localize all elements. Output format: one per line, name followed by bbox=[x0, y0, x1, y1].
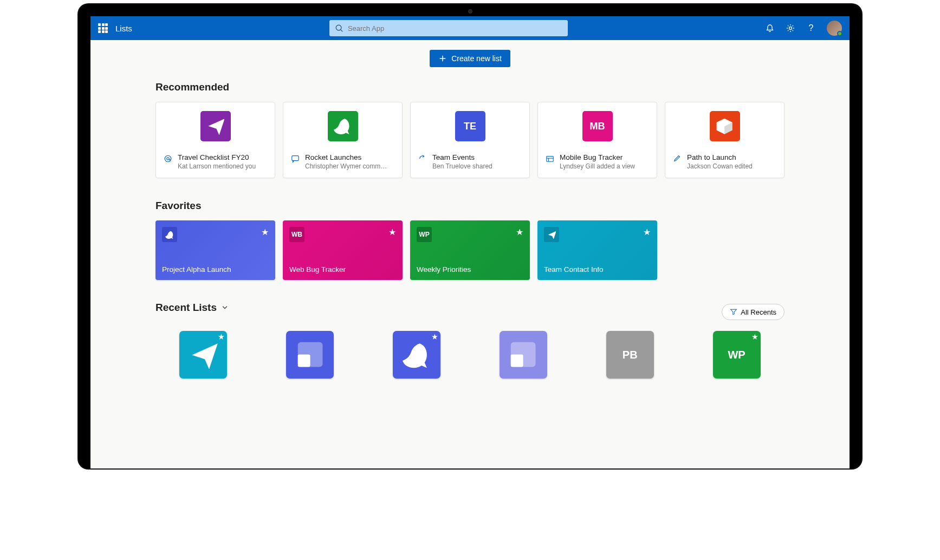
recommended-subtitle: Lyndsey Gill added a view bbox=[560, 162, 635, 170]
list-tile-icon: TE bbox=[455, 111, 485, 141]
favorite-title: Team Contact Info bbox=[544, 265, 651, 274]
recommended-title: Path to Launch bbox=[687, 153, 753, 161]
recommended-card[interactable]: TETeam EventsBen Truelove shared bbox=[410, 102, 530, 178]
star-icon[interactable]: ★ bbox=[516, 227, 523, 237]
recommended-subtitle: Christopher Wymer comm… bbox=[305, 162, 387, 170]
app-title: Lists bbox=[115, 24, 132, 33]
star-icon[interactable]: ★ bbox=[218, 333, 224, 341]
star-icon[interactable]: ★ bbox=[752, 333, 758, 341]
comment-icon bbox=[291, 154, 300, 163]
recent-tile[interactable] bbox=[286, 331, 334, 379]
share-icon bbox=[418, 154, 427, 163]
recommended-card[interactable]: Path to LaunchJackson Cowan edited bbox=[665, 102, 785, 178]
recommended-title: Rocket Launches bbox=[305, 153, 387, 161]
help-icon[interactable]: ? bbox=[806, 23, 816, 33]
recommended-heading: Recommended bbox=[155, 81, 785, 93]
search-icon bbox=[335, 24, 343, 32]
recent-lists-label: Recent Lists bbox=[155, 302, 217, 314]
list-tile-icon: MB bbox=[582, 111, 613, 141]
chevron-down-icon bbox=[221, 304, 229, 311]
view-icon bbox=[546, 154, 554, 163]
notifications-icon[interactable] bbox=[765, 23, 775, 33]
create-button-label: Create new list bbox=[451, 54, 502, 63]
recommended-grid: Travel Checklist FY20Kat Larrson mention… bbox=[155, 102, 785, 178]
recommended-title: Mobile Bug Tracker bbox=[560, 153, 635, 161]
favorite-tile-icon bbox=[162, 227, 177, 242]
edit-icon bbox=[673, 154, 682, 163]
recent-lists-heading[interactable]: Recent Lists bbox=[155, 302, 229, 314]
star-icon[interactable]: ★ bbox=[432, 333, 438, 341]
recent-tile[interactable] bbox=[500, 331, 547, 379]
recommended-title: Travel Checklist FY20 bbox=[178, 153, 256, 161]
recent-grid: ★★PBWP★ bbox=[155, 331, 785, 379]
list-tile-icon bbox=[200, 111, 231, 141]
favorite-card[interactable]: ★Team Contact Info bbox=[537, 220, 657, 280]
app-launcher-icon[interactable] bbox=[98, 23, 108, 33]
recommended-card[interactable]: MBMobile Bug TrackerLyndsey Gill added a… bbox=[537, 102, 657, 178]
create-new-list-button[interactable]: Create new list bbox=[430, 50, 510, 67]
search-input[interactable] bbox=[348, 24, 562, 32]
favorite-card[interactable]: WB★Web Bug Tracker bbox=[283, 220, 403, 280]
list-tile-icon bbox=[328, 111, 358, 141]
filter-icon bbox=[730, 308, 737, 316]
filter-label: All Recents bbox=[741, 308, 776, 316]
recommended-title: Team Events bbox=[432, 153, 492, 161]
recommended-card[interactable]: Travel Checklist FY20Kat Larrson mention… bbox=[155, 102, 275, 178]
favorites-heading: Favorites bbox=[155, 200, 785, 212]
user-avatar[interactable] bbox=[827, 21, 842, 36]
recent-tile[interactable]: PB bbox=[606, 331, 654, 379]
plus-icon bbox=[438, 54, 447, 63]
recommended-subtitle: Kat Larrson mentioned you bbox=[178, 162, 256, 170]
favorite-tile-icon bbox=[544, 227, 559, 242]
recent-tile[interactable]: WP★ bbox=[713, 331, 761, 379]
settings-icon[interactable] bbox=[786, 23, 795, 33]
recommended-subtitle: Ben Truelove shared bbox=[432, 162, 492, 170]
favorite-card[interactable]: ★Project Alpha Launch bbox=[155, 220, 275, 280]
recent-tile[interactable]: ★ bbox=[393, 331, 440, 379]
favorite-tile-icon: WB bbox=[289, 227, 304, 242]
recent-filter-button[interactable]: All Recents bbox=[722, 304, 785, 320]
recommended-card[interactable]: Rocket LaunchesChristopher Wymer comm… bbox=[283, 102, 403, 178]
app-header: Lists ? bbox=[90, 16, 850, 40]
list-tile-icon bbox=[710, 111, 740, 141]
search-box[interactable] bbox=[329, 20, 568, 36]
star-icon[interactable]: ★ bbox=[261, 227, 269, 237]
presence-indicator bbox=[837, 31, 842, 36]
star-icon[interactable]: ★ bbox=[643, 227, 651, 237]
favorite-title: Weekly Priorities bbox=[417, 265, 523, 274]
favorites-grid: ★Project Alpha LaunchWB★Web Bug TrackerW… bbox=[155, 220, 785, 280]
favorite-tile-icon: WP bbox=[417, 227, 432, 242]
recent-tile[interactable]: ★ bbox=[179, 331, 227, 379]
star-icon[interactable]: ★ bbox=[388, 227, 396, 237]
favorite-card[interactable]: WP★Weekly Priorities bbox=[410, 220, 530, 280]
mention-icon bbox=[164, 154, 172, 163]
favorite-title: Web Bug Tracker bbox=[289, 265, 396, 274]
recommended-subtitle: Jackson Cowan edited bbox=[687, 162, 753, 170]
favorite-title: Project Alpha Launch bbox=[162, 265, 269, 274]
